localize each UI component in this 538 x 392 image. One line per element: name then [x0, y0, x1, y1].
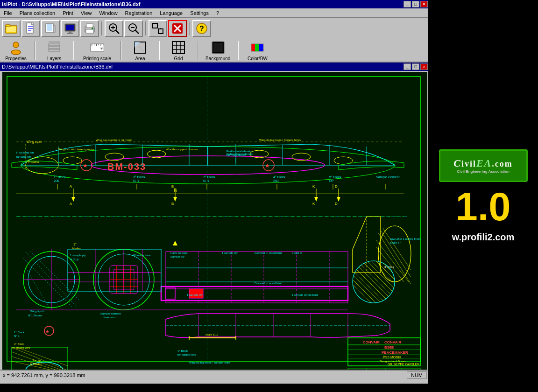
svg-text:Wing can start here rig motor: Wing can start here rig motor	[96, 139, 132, 141]
svg-text:for blades vers: for blades vers	[177, 353, 196, 356]
svg-text:Wing tip rib: Wing tip rib	[30, 310, 45, 313]
layers-tool[interactable]: Layers	[40, 39, 68, 62]
doc-title: D:\Sviluppo\MIEI\IsiPlot\FileInstallazio…	[2, 64, 113, 70]
printer-button[interactable]	[80, 20, 99, 37]
svg-text:N. 1: N. 1	[133, 179, 139, 182]
menu-window[interactable]: Window	[97, 10, 119, 16]
printing-scale-label: Printing scale	[83, 56, 111, 61]
svg-text:7° Block: 7° Block	[203, 175, 215, 179]
svg-line-25	[135, 30, 139, 34]
svg-text:1° Block: 1° Block	[14, 331, 25, 334]
menu-registration[interactable]: Registration	[123, 10, 155, 16]
toolbar2-sep-1	[35, 41, 35, 60]
svg-text:D: D	[335, 184, 338, 189]
document-window: D:\Sviluppo\MIEI\IsiPlot\FileInstallazio…	[0, 63, 430, 380]
svg-line-22	[116, 30, 119, 34]
layers-icon	[47, 40, 62, 55]
open-folder-button[interactable]	[2, 20, 21, 37]
svg-rect-13	[69, 31, 71, 33]
toolbar2-sep-5	[197, 41, 198, 60]
color-bw-label: Color/BW	[248, 56, 268, 61]
cad-drawing: BM-033	[2, 72, 427, 371]
menu-plans[interactable]: Plans collection	[18, 10, 57, 16]
doc-minimize-button[interactable]: _	[404, 63, 411, 70]
version-number: 1.0	[455, 187, 510, 226]
svg-text:rk 2 rib: rk 2 rib	[70, 258, 79, 261]
area-tool[interactable]: Area	[126, 39, 154, 62]
zoom-in-button[interactable]	[105, 20, 123, 37]
open-file-button[interactable]	[21, 20, 40, 37]
svg-text:1 sample ply do blind: 1 sample ply do blind	[292, 294, 318, 296]
color-bw-tool[interactable]: Color/BW	[243, 39, 271, 62]
svg-text:B: B	[174, 188, 177, 193]
svg-rect-37	[49, 44, 60, 46]
maximize-button[interactable]: □	[412, 1, 419, 7]
svg-text:CONVAIR: CONVAIR	[384, 340, 402, 344]
grid-icon	[171, 40, 186, 55]
preview-button[interactable]	[41, 20, 60, 37]
background-icon	[211, 40, 226, 55]
svg-text:GIUSEPPE GHISLERI: GIUSEPPE GHISLERI	[388, 363, 420, 366]
toolbar-separator-2	[145, 21, 146, 35]
menu-settings[interactable]: Settings	[188, 10, 211, 16]
svg-text:F. no lamp kits: F. no lamp kits	[16, 151, 34, 154]
toolbar2-sep-6	[238, 41, 239, 60]
svg-text:Wing do big holes / Sample hol: Wing do big holes / Sample holes	[259, 139, 301, 141]
toolbar-top: ?	[0, 18, 430, 39]
doc-maximize-button[interactable]: □	[412, 63, 419, 70]
svg-text:3° Block: 3° Block	[133, 175, 145, 179]
svg-text:Propeller: Propeller	[28, 161, 39, 163]
background-tool[interactable]: Background	[203, 39, 233, 62]
svg-text:Sample element: Sample element	[376, 175, 400, 179]
cea-logo: CivilEA.com Civil Engineering Associatio…	[439, 149, 528, 182]
svg-point-18	[92, 28, 93, 29]
zoom-out-button[interactable]	[124, 20, 143, 37]
svg-text:Rubber band elevator: Rubber band elevator	[227, 153, 254, 155]
svg-rect-2	[7, 27, 16, 32]
printing-scale-tool[interactable]: Printing scale	[78, 39, 116, 62]
svg-text:for blades vers: for blades vers	[12, 346, 30, 349]
app-title: IsiPlot - D:\Sviluppo\MIEI\IsiPlot\FileI…	[2, 1, 140, 7]
svg-text:4° Block: 4° Block	[273, 175, 285, 179]
menu-print[interactable]: Print	[61, 10, 75, 16]
menu-help[interactable]: ?	[214, 10, 221, 16]
svg-text:3 rolls Y: 3 rolls Y	[384, 266, 395, 268]
color-bw-icon	[250, 40, 265, 55]
svg-text:1 sample ply: 1 sample ply	[222, 252, 238, 254]
svg-text:200: 200	[54, 179, 59, 182]
close-button[interactable]: ×	[420, 1, 428, 7]
printing-scale-icon	[90, 40, 105, 55]
svg-text:dimension: dimension	[103, 316, 115, 319]
menu-view[interactable]: View	[79, 10, 94, 16]
svg-text:A: A	[70, 184, 72, 189]
svg-text:★: ★	[83, 162, 88, 169]
background-label: Background	[205, 56, 230, 61]
area-label: Area	[135, 56, 145, 61]
doc-close-button[interactable]: ×	[420, 63, 428, 70]
svg-marker-51	[134, 42, 140, 48]
minimize-button[interactable]: _	[404, 1, 411, 7]
toolbar-separator-1	[101, 21, 102, 35]
svg-text:A: A	[70, 202, 72, 206]
stop-button[interactable]	[168, 20, 187, 37]
svg-rect-12	[66, 25, 74, 30]
monitor-button[interactable]	[61, 20, 79, 37]
drawing-area[interactable]: BM-033	[2, 72, 427, 371]
help-button[interactable]: ?	[192, 20, 211, 37]
svg-rect-14	[67, 33, 73, 34]
menu-language[interactable]: Language	[158, 10, 184, 16]
svg-point-36	[11, 50, 21, 55]
properties-label: Properties	[5, 56, 27, 61]
svg-text:N. 1: N. 1	[203, 179, 209, 182]
grid-tool[interactable]: Grid	[164, 39, 192, 62]
toolbar2-sep-3	[120, 41, 121, 60]
scale-button[interactable]	[149, 20, 167, 37]
layers-label: Layers	[47, 56, 61, 61]
svg-text:?: ?	[199, 25, 204, 33]
cea-logo-subtitle: Civil Engineering Association	[457, 169, 510, 174]
svg-text:★: ★	[45, 329, 50, 334]
properties-tool[interactable]: Properties	[2, 39, 30, 62]
svg-text:Scale c °: Scale c °	[390, 241, 401, 244]
svg-rect-58	[213, 43, 223, 52]
menu-file[interactable]: File	[2, 10, 14, 16]
